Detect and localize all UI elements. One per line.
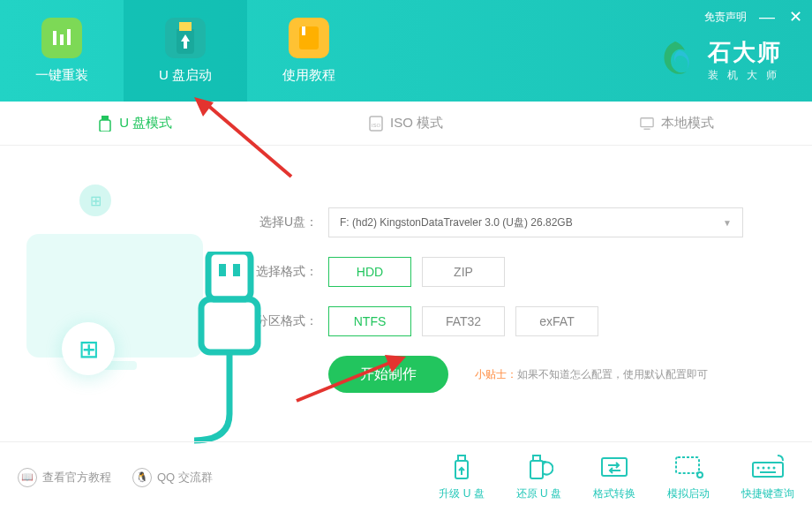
window-controls: 免责声明 — ✕ [704,7,803,26]
format-option-hdd[interactable]: HDD [328,257,411,287]
svg-rect-28 [753,463,783,477]
disk-value: F: (hd2) KingstonDataTraveler 3.0 (U盘) 2… [340,215,573,230]
nav-label: U 盘启动 [159,67,212,84]
svg-rect-7 [100,120,110,132]
monitor-graphic [26,234,203,358]
restore-usb-icon [521,453,556,481]
usb-icon [98,116,112,132]
link-label: QQ 交流群 [157,470,213,486]
svg-rect-10 [641,117,653,126]
svg-rect-13 [219,264,226,276]
svg-rect-3 [179,22,192,31]
brand-logo-icon [653,38,697,82]
link-label: 查看官方教程 [42,470,111,486]
tool-label: 格式转换 [593,486,635,501]
nav-tutorial[interactable]: 使用教程 [247,0,371,102]
nav-usb-boot[interactable]: U 盘启动 [124,0,247,102]
svg-rect-1 [60,34,64,45]
svg-rect-15 [201,299,258,352]
svg-line-16 [207,104,291,177]
simulate-icon [671,453,706,481]
chevron-down-icon: ▼ [723,218,732,228]
svg-rect-2 [67,29,71,45]
tool-label: 模拟启动 [667,486,710,501]
tip-text: 小贴士：如果不知道怎么配置，使用默认配置即可 [475,367,708,382]
windows-badge-icon: ⊞ [62,322,115,375]
brand-title: 石大师 [708,37,786,68]
book-icon: 📖 [18,468,37,487]
partition-label: 分区格式： [256,313,318,329]
tab-label: 本地模式 [661,115,714,132]
tool-label: 快捷键查询 [741,486,794,501]
brand: 石大师 装机大师 [653,37,786,83]
partition-option-ntfs[interactable]: NTFS [328,306,411,336]
format-label: 选择格式： [256,264,318,280]
windows-icon: ⊞ [79,184,111,216]
tutorial-icon [289,18,329,58]
disk-select[interactable]: F: (hd2) KingstonDataTraveler 3.0 (U盘) 2… [328,207,743,237]
svg-rect-12 [208,252,251,299]
footer: 📖 查看官方教程 🐧 QQ 交流群 升级 U 盘 还原 U 盘 格式转换 模拟启… [0,441,812,512]
minimize-button[interactable]: — [759,8,775,26]
svg-rect-0 [53,31,56,45]
svg-rect-5 [302,26,305,35]
usb-cable-icon [194,252,265,446]
reinstall-icon [41,18,82,58]
annotation-arrow-1 [194,97,300,185]
tool-upgrade-usb[interactable]: 升级 U 盘 [439,453,484,501]
brand-subtitle: 装机大师 [708,68,786,83]
close-button[interactable]: ✕ [787,7,803,26]
partition-option-exfat[interactable]: exFAT [515,306,598,336]
usb-boot-icon [165,18,206,58]
tool-label: 还原 U 盘 [516,486,561,501]
nav-label: 使用教程 [282,67,335,84]
svg-rect-21 [458,456,465,461]
annotation-arrow-2 [291,353,406,406]
keyboard-icon [750,453,786,481]
tool-label: 升级 U 盘 [439,486,484,501]
monitor-icon [640,116,654,132]
iso-icon: ISO [369,116,383,132]
official-tutorial-link[interactable]: 📖 查看官方教程 [18,468,111,487]
disclaimer-link[interactable]: 免责声明 [704,10,747,25]
svg-rect-14 [233,264,240,276]
tab-iso-mode[interactable]: ISO ISO 模式 [271,102,542,145]
upgrade-usb-icon [444,453,479,481]
tool-format-convert[interactable]: 格式转换 [593,453,635,501]
svg-rect-23 [533,456,540,461]
partition-option-fat32[interactable]: FAT32 [422,306,505,336]
tab-label: ISO 模式 [390,115,443,132]
convert-icon [597,453,632,481]
nav-reinstall[interactable]: 一键重装 [0,0,124,102]
tab-label: U 盘模式 [119,115,172,132]
tip-label: 小贴士： [475,368,517,380]
qq-group-link[interactable]: 🐧 QQ 交流群 [132,468,213,487]
mode-tabs: U 盘模式 ISO ISO 模式 本地模式 [0,102,812,146]
tool-hotkey-query[interactable]: 快捷键查询 [741,453,794,501]
format-option-zip[interactable]: ZIP [422,257,505,287]
tool-restore-usb[interactable]: 还原 U 盘 [516,453,561,501]
svg-point-27 [697,472,703,478]
nav-label: 一键重装 [35,67,88,84]
svg-line-18 [297,362,392,401]
main-content: ⊞ ⊞ 选择U盘： F: (hd2) KingstonDataTraveler … [0,146,812,419]
svg-rect-22 [530,461,543,478]
illustration: ⊞ ⊞ [26,172,256,419]
tool-simulate-boot[interactable]: 模拟启动 [667,453,710,501]
header: 一键重装 U 盘启动 使用教程 免责声明 — ✕ 石大师 装机大师 [0,0,812,102]
qq-icon: 🐧 [132,468,152,487]
svg-rect-25 [602,458,627,476]
disk-label: 选择U盘： [256,215,318,230]
tab-local-mode[interactable]: 本地模式 [541,102,812,145]
svg-text:ISO: ISO [372,123,381,128]
svg-rect-26 [676,457,699,473]
